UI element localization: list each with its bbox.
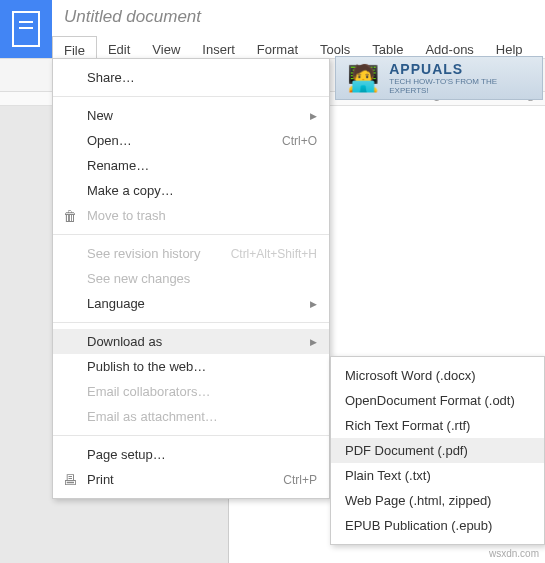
menu-label: Open…	[87, 133, 282, 148]
menu-language[interactable]: Language▶	[53, 291, 329, 316]
menu-label: Print	[87, 472, 283, 487]
menu-label: Rename…	[87, 158, 317, 173]
menu-open[interactable]: Open…Ctrl+O	[53, 128, 329, 153]
menu-label: Download as	[87, 334, 310, 349]
submenu-docx[interactable]: Microsoft Word (.docx)	[331, 363, 544, 388]
chevron-right-icon: ▶	[310, 299, 317, 309]
submenu-pdf[interactable]: PDF Document (.pdf)	[331, 438, 544, 463]
badge-subtitle: TECH HOW-TO'S FROM THE EXPERTS!	[389, 77, 536, 95]
menu-rename[interactable]: Rename…	[53, 153, 329, 178]
menu-label: Email collaborators…	[87, 384, 317, 399]
menu-label: Language	[87, 296, 310, 311]
menu-new-changes: See new changes	[53, 266, 329, 291]
submenu-txt[interactable]: Plain Text (.txt)	[331, 463, 544, 488]
submenu-epub[interactable]: EPUB Publication (.epub)	[331, 513, 544, 538]
menu-new[interactable]: New▶	[53, 103, 329, 128]
trash-icon: 🗑	[61, 208, 79, 224]
menu-make-copy[interactable]: Make a copy…	[53, 178, 329, 203]
badge-title: APPUALS	[389, 61, 536, 77]
menu-label: See revision history	[87, 246, 231, 261]
separator	[53, 435, 329, 436]
menu-print[interactable]: 🖶PrintCtrl+P	[53, 467, 329, 492]
file-dropdown: Share… New▶ Open…Ctrl+O Rename… Make a c…	[52, 58, 330, 499]
document-icon	[12, 11, 40, 47]
menu-label: Email as attachment…	[87, 409, 317, 424]
menu-download-as[interactable]: Download as▶	[53, 329, 329, 354]
shortcut: Ctrl+Alt+Shift+H	[231, 247, 317, 261]
chevron-right-icon: ▶	[310, 111, 317, 121]
menu-label: Make a copy…	[87, 183, 317, 198]
shortcut: Ctrl+P	[283, 473, 317, 487]
menu-publish[interactable]: Publish to the web…	[53, 354, 329, 379]
separator	[53, 96, 329, 97]
submenu-odt[interactable]: OpenDocument Format (.odt)	[331, 388, 544, 413]
menu-share[interactable]: Share…	[53, 65, 329, 90]
shortcut: Ctrl+O	[282, 134, 317, 148]
menu-revision-history: See revision historyCtrl+Alt+Shift+H	[53, 241, 329, 266]
menu-page-setup[interactable]: Page setup…	[53, 442, 329, 467]
submenu-rtf[interactable]: Rich Text Format (.rtf)	[331, 413, 544, 438]
menu-email-collaborators: Email collaborators…	[53, 379, 329, 404]
submenu-html[interactable]: Web Page (.html, zipped)	[331, 488, 544, 513]
menu-label: New	[87, 108, 310, 123]
watermark: wsxdn.com	[489, 548, 539, 559]
chevron-right-icon: ▶	[310, 337, 317, 347]
menu-label: See new changes	[87, 271, 317, 286]
menu-label: Publish to the web…	[87, 359, 317, 374]
appuals-badge: 🧑‍💻 APPUALS TECH HOW-TO'S FROM THE EXPER…	[335, 56, 543, 100]
mascot-icon: 🧑‍💻	[342, 59, 383, 97]
separator	[53, 322, 329, 323]
menu-move-trash: 🗑Move to trash	[53, 203, 329, 228]
download-as-submenu: Microsoft Word (.docx) OpenDocument Form…	[330, 356, 545, 545]
document-title[interactable]: Untitled document	[64, 7, 201, 27]
menu-label: Page setup…	[87, 447, 317, 462]
menu-label: Move to trash	[87, 208, 317, 223]
separator	[53, 234, 329, 235]
docs-logo[interactable]	[0, 0, 52, 58]
menu-label: Share…	[87, 70, 317, 85]
print-icon: 🖶	[61, 472, 79, 488]
menu-email-attachment: Email as attachment…	[53, 404, 329, 429]
